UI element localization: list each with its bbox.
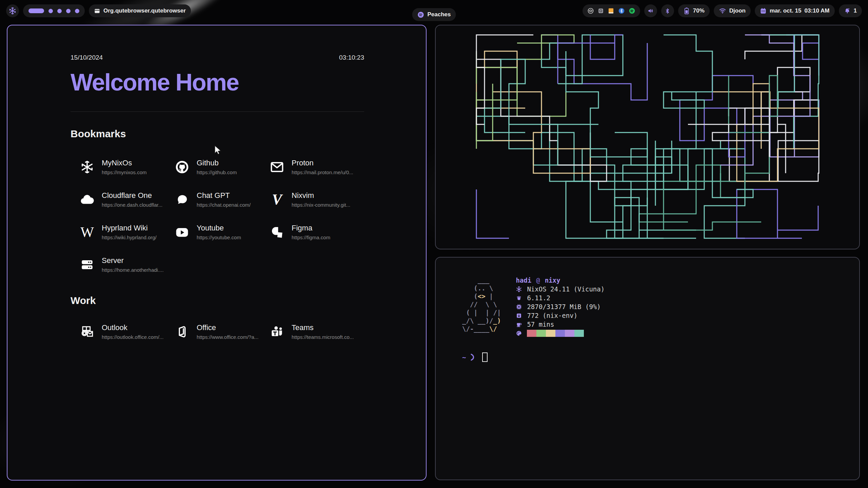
bookmark-name: Hyprland Wiki	[102, 224, 157, 232]
pipes-art	[436, 25, 859, 249]
kernel-paw-icon	[516, 295, 522, 301]
workspace-dot[interactable]	[75, 9, 79, 13]
bookmark-url: https://wiki.hyprland.org/	[102, 235, 157, 240]
bookmark-url: https://mynixos.com	[102, 170, 147, 175]
notification-count-label: 1	[854, 7, 857, 14]
nix-logo-icon	[9, 7, 16, 15]
bookmark-name: Youtube	[197, 224, 241, 232]
uptime-cup-icon	[516, 321, 522, 328]
bookmark-nixvim[interactable]: V Nixvim https://nix-community.git...	[269, 192, 364, 207]
spotify-icon	[417, 11, 425, 18]
network-ssid-label: Djoon	[729, 7, 746, 14]
startpage-title: Welcome Home	[71, 69, 364, 96]
workspace-dot[interactable]	[48, 9, 53, 13]
bookmark-hyprland-wiki[interactable]: W Hyprland Wiki https://wiki.hyprland.or…	[79, 224, 174, 240]
screen-recorder-tray-icon[interactable]	[587, 7, 594, 14]
host-label: nixy	[545, 276, 560, 285]
bookmark-name: Cloudflare One	[102, 192, 162, 199]
status-bar: Org.qutebrowser.qutebrowser Peaches	[0, 4, 868, 18]
workspaces[interactable]	[23, 4, 85, 17]
youtube-play-icon	[174, 224, 190, 240]
fastfetch-uptime-line: 57 mins	[516, 320, 605, 329]
package-box-icon	[516, 312, 522, 319]
shell-prompt[interactable]: ~	[462, 352, 846, 362]
window-icon	[94, 8, 100, 14]
bookmark-figma[interactable]: Figma https://figma.com	[269, 224, 364, 240]
bookmark-outlook[interactable]: Outlook https://outlook.office.com/...	[79, 324, 174, 340]
fastfetch-kernel-line: 6.11.2	[516, 293, 605, 302]
bookmark-url: https://outlook.office.com/...	[102, 334, 163, 340]
active-window-title[interactable]: Org.qutebrowser.qutebrowser	[89, 4, 191, 17]
bookmark-name: Office	[197, 324, 258, 331]
envelope-icon	[269, 159, 285, 175]
nix-snowflake-icon	[516, 286, 522, 292]
terminal-cursor	[482, 352, 488, 362]
bell-icon	[844, 7, 851, 14]
pipes-terminal-window[interactable]	[435, 25, 860, 249]
letter-v-icon: V	[269, 192, 285, 207]
user-label: hadi	[516, 276, 531, 285]
notes-tray-icon[interactable]	[608, 7, 614, 14]
bookmark-url: https://youtube.com	[197, 235, 241, 240]
bookmark-proton[interactable]: Proton https://mail.proton.me/u/0...	[269, 159, 364, 175]
bookmark-name: MyNixOs	[102, 159, 147, 167]
clock-time-label: 03:10 AM	[805, 7, 830, 14]
teams-icon	[269, 324, 285, 340]
bluetooth-module[interactable]	[661, 4, 674, 17]
bookmark-url: https://mail.proton.me/u/0...	[292, 170, 353, 175]
fastfetch-user-host: hadi@nixy	[516, 276, 605, 285]
battery-module[interactable]: 70%	[678, 4, 710, 17]
bookmark-url: https://home.anotherhadi....	[102, 267, 164, 272]
bookmark-teams[interactable]: Teams https://teams.microsoft.co...	[269, 324, 364, 340]
media-player-module[interactable]: Peaches	[412, 8, 456, 21]
wifi-icon	[719, 7, 726, 14]
bookmark-name: Nixvim	[292, 192, 350, 199]
startpage-date: 15/10/2024	[71, 54, 103, 61]
system-tray	[583, 4, 640, 17]
work-grid: Outlook https://outlook.office.com/... O…	[71, 324, 364, 340]
battery-percent-label: 70%	[693, 7, 705, 14]
calendar-icon	[760, 7, 767, 14]
terminal-window[interactable]: ___ (.. \ (<> | // \ \ ( | | /|_/\ __)/_…	[435, 257, 860, 480]
workspace-dot[interactable]	[57, 9, 62, 13]
bookmark-youtube[interactable]: Youtube https://youtube.com	[174, 224, 269, 240]
bookmark-github[interactable]: Github https://github.com	[174, 159, 269, 175]
volume-module[interactable]	[644, 4, 657, 17]
bookmark-name: Github	[197, 159, 237, 167]
color-swatches	[527, 330, 584, 337]
bookmark-server[interactable]: Server https://home.anotherhadi....	[79, 257, 174, 272]
bookmark-mynixos[interactable]: MyNixOs https://mynixos.com	[79, 159, 174, 175]
speaker-icon	[647, 7, 654, 14]
notifications-module[interactable]: 1	[839, 4, 862, 17]
section-heading-work: Work	[71, 295, 364, 306]
clock-date-label: mar. oct. 15	[770, 7, 802, 14]
workspace-dot[interactable]	[66, 9, 71, 13]
bookmark-url: https://www.office.com/?a...	[197, 334, 258, 340]
bookmark-name: Proton	[292, 159, 353, 167]
nix-snowflake-icon	[79, 159, 95, 175]
network-module[interactable]: Djoon	[714, 4, 751, 17]
bookmark-url: https://nix-community.git...	[292, 202, 350, 207]
divider	[71, 111, 364, 112]
bookmark-name: Chat GPT	[197, 192, 251, 199]
clock-module[interactable]: mar. oct. 15 03:10 AM	[755, 4, 835, 17]
fastfetch-os-line: NixOS 24.11 (Vicuna)	[516, 285, 605, 293]
password-manager-tray-icon[interactable]	[598, 8, 604, 14]
figma-icon	[269, 224, 285, 240]
github-icon	[174, 159, 190, 175]
bookmark-office[interactable]: Office https://www.office.com/?a...	[174, 324, 269, 340]
ascii-art: ___ (.. \ (<> | // \ \ ( | | /|_/\ __)/_…	[462, 276, 501, 333]
outlook-icon	[79, 324, 95, 340]
bookmark-cloudflare-one[interactable]: Cloudflare One https://one.dash.cloudfla…	[79, 192, 174, 207]
bookmark-name: Outlook	[102, 324, 163, 331]
spotify-tray-icon[interactable]	[629, 7, 635, 14]
launcher-button[interactable]	[6, 4, 19, 17]
prompt-cwd: ~	[462, 353, 466, 361]
bluetooth-tray-icon[interactable]	[618, 7, 625, 14]
office-icon	[174, 324, 190, 340]
wikipedia-w-icon: W	[79, 224, 95, 240]
fastfetch-memory-line: 2870/31377 MiB (9%)	[516, 302, 605, 311]
bookmark-chatgpt[interactable]: Chat GPT https://chat.openai.com/	[174, 192, 269, 207]
bookmark-name: Figma	[292, 224, 330, 232]
workspace-active-pill[interactable]	[28, 8, 44, 13]
